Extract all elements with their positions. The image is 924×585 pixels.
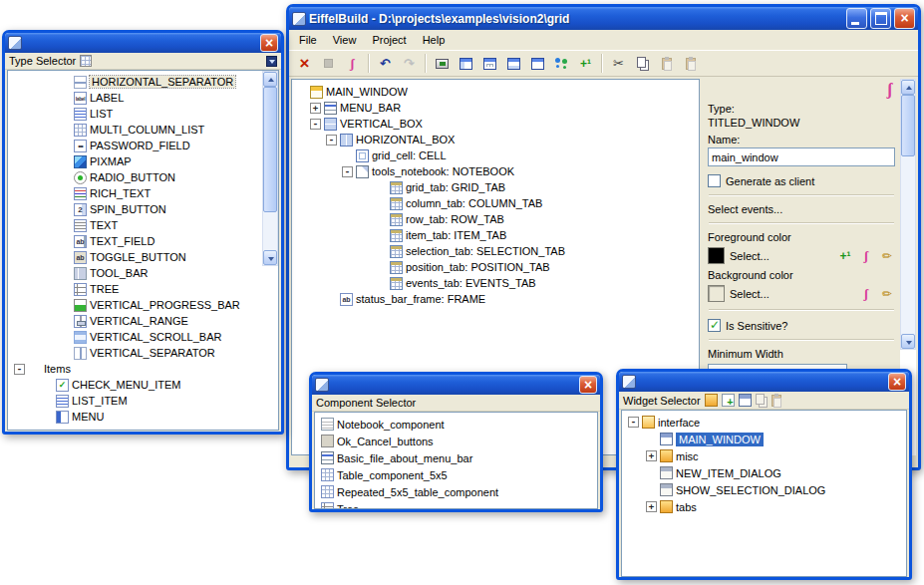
tree-item[interactable]: CHECK_MENU_ITEM — [8, 377, 262, 393]
scroll-down-button[interactable] — [263, 250, 277, 265]
tree-item[interactable]: VERTICAL_BOX — [292, 116, 699, 132]
show-layout-button[interactable] — [526, 53, 549, 75]
edit-icon[interactable] — [879, 248, 895, 264]
list-item[interactable]: Tree — [315, 500, 597, 508]
paste-button[interactable] — [655, 53, 678, 75]
tree-item[interactable]: SHOW_SELECTION_DIALOG — [622, 481, 906, 498]
titlebar[interactable] — [312, 375, 600, 395]
undo-button[interactable] — [374, 53, 397, 75]
paste-contents-button[interactable] — [679, 53, 702, 75]
community-button[interactable] — [550, 53, 573, 75]
tree-item[interactable]: MAIN_WINDOW — [292, 84, 699, 100]
tree-item[interactable]: RADIO_BUTTON — [8, 169, 262, 185]
add-one-button[interactable] — [574, 53, 597, 75]
expander-icon[interactable] — [310, 119, 321, 130]
close-button[interactable] — [894, 8, 915, 29]
tree-item[interactable]: item_tab: ITEM_TAB — [292, 227, 699, 243]
menu-file[interactable]: File — [291, 31, 325, 49]
generate-as-client-checkbox[interactable] — [708, 174, 721, 187]
name-input[interactable] — [708, 147, 895, 166]
tree-item[interactable]: status_bar_frame: FRAME — [292, 291, 699, 307]
tree-item[interactable]: grid_cell: CELL — [292, 147, 699, 163]
tree-item[interactable]: tools_notebook: NOTEBOOK — [292, 163, 699, 179]
tree-item[interactable]: TEXT_FIELD — [8, 233, 262, 249]
tree-item[interactable]: NEW_ITEM_DIALOG — [622, 464, 906, 481]
scroll-up-button[interactable] — [901, 80, 915, 95]
tree-item[interactable]: LIST — [8, 106, 262, 122]
is-sensitive-checkbox[interactable] — [708, 319, 721, 332]
tree-item[interactable]: VERTICAL_RANGE — [8, 313, 262, 329]
tree-item[interactable]: LIST_ITEM — [8, 393, 262, 409]
tree-item[interactable]: TEXT — [8, 217, 262, 233]
tree-item[interactable]: grid_tab: GRID_TAB — [292, 179, 699, 195]
titlebar[interactable] — [5, 33, 281, 53]
list-item[interactable]: Repeated_5x5_table_component — [315, 483, 597, 500]
maximize-button[interactable] — [870, 8, 891, 29]
scroll-thumb[interactable] — [263, 87, 277, 212]
cut-button[interactable] — [607, 53, 630, 75]
copy-icon[interactable] — [756, 394, 765, 405]
tree-item[interactable]: selection_tab: SELECTION_TAB — [292, 243, 699, 259]
list-item[interactable]: Notebook_component — [315, 416, 597, 433]
expander-icon[interactable] — [326, 135, 337, 146]
foreground-color-swatch[interactable] — [708, 247, 725, 264]
tree-item[interactable]: row_tab: ROW_TAB — [292, 211, 699, 227]
background-select[interactable]: Select... — [730, 288, 770, 300]
scroll-track[interactable] — [263, 212, 277, 250]
pick-and-drop-button[interactable] — [341, 53, 364, 75]
scroll-track[interactable] — [901, 156, 915, 334]
scroll-thumb[interactable] — [901, 95, 915, 156]
tree-item[interactable]: VERTICAL_SCROLL_BAR — [8, 329, 262, 345]
close-button[interactable] — [579, 376, 597, 394]
tree-item[interactable]: HORIZONTAL_BOX — [292, 132, 699, 147]
tree-item[interactable]: TOOL_BAR — [8, 265, 262, 281]
expander-icon[interactable] — [310, 103, 321, 114]
tree-item[interactable]: misc — [622, 447, 906, 464]
add-one-icon[interactable] — [837, 248, 853, 264]
expander-icon[interactable] — [646, 450, 657, 461]
pick-icon[interactable] — [858, 286, 874, 302]
tree-item[interactable]: MENU — [8, 409, 262, 425]
tree-item[interactable]: column_tab: COLUMN_TAB — [292, 195, 699, 211]
foreground-select[interactable]: Select... — [730, 250, 770, 262]
tree-item[interactable]: LABEL — [8, 90, 262, 106]
tree-item[interactable]: MAIN_WINDOW — [622, 431, 906, 447]
tree-item[interactable]: position_tab: POSITION_TAB — [292, 259, 699, 275]
copy-button[interactable] — [631, 53, 654, 75]
menu-view[interactable]: View — [325, 31, 365, 49]
scroll-down-button[interactable] — [901, 334, 915, 349]
add-icon[interactable] — [722, 394, 735, 407]
expander-icon[interactable] — [646, 501, 657, 512]
folder-icon[interactable] — [705, 394, 718, 407]
tree-item[interactable]: HORIZONTAL_SEPARATOR — [8, 74, 262, 90]
titlebar[interactable]: EiffelBuild - D:\projects\examples\visio… — [289, 7, 918, 30]
tree-item[interactable]: interface — [622, 414, 906, 431]
tree-item[interactable]: Items — [8, 361, 262, 377]
close-button[interactable] — [888, 373, 906, 391]
redo-button[interactable] — [398, 53, 421, 75]
tree-item[interactable]: SPIN_BUTTON — [8, 201, 262, 217]
generate-button[interactable] — [431, 53, 454, 75]
tree-item[interactable]: MULTI_COLUMN_LIST — [8, 122, 262, 138]
tree-item[interactable]: VERTICAL_PROGRESS_BAR — [8, 297, 262, 313]
tree-item[interactable]: RICH_TEXT — [8, 185, 262, 201]
pick-icon[interactable] — [858, 248, 874, 264]
close-button[interactable] — [260, 34, 278, 52]
list-item[interactable]: Table_component_5x5 — [315, 466, 597, 483]
tree-item[interactable]: MENU_BAR — [292, 100, 699, 116]
expander-icon[interactable] — [342, 166, 353, 177]
paste-icon[interactable] — [771, 395, 781, 407]
properties-scrollbar[interactable] — [900, 79, 916, 350]
background-color-swatch[interactable] — [708, 285, 725, 302]
stop-button[interactable] — [317, 53, 340, 75]
type-scrollbar[interactable] — [262, 71, 278, 266]
window-icon[interactable] — [739, 394, 752, 407]
tree-item[interactable]: PIXMAP — [8, 153, 262, 169]
tree-item[interactable]: tabs — [622, 498, 906, 515]
delete-button[interactable] — [293, 53, 316, 75]
pick-and-drop-icon[interactable] — [887, 82, 892, 98]
show-component-selector-button[interactable] — [478, 53, 501, 75]
menu-project[interactable]: Project — [364, 31, 414, 49]
list-item[interactable]: Basic_file_about_menu_bar — [315, 449, 597, 466]
tree-item[interactable]: VERTICAL_SEPARATOR — [8, 345, 262, 361]
